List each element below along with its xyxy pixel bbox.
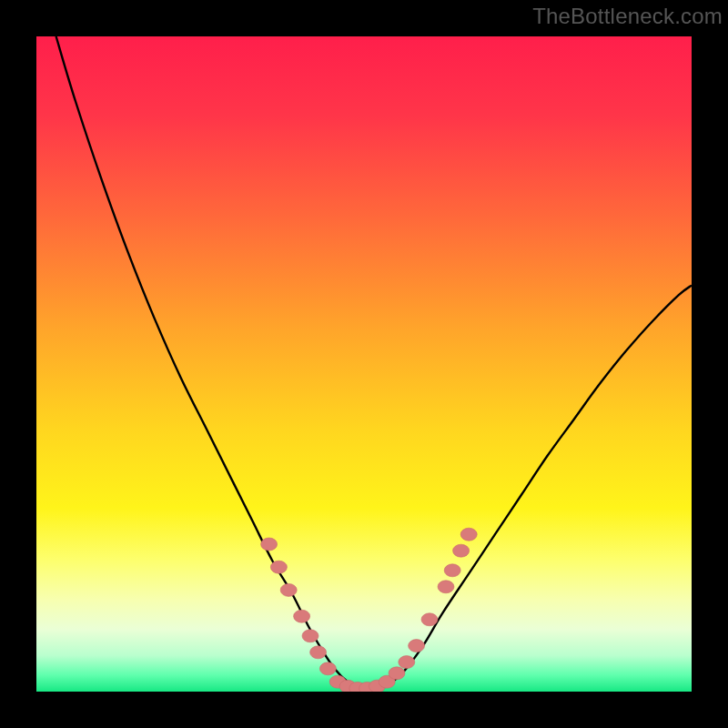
- curve-marker: [421, 613, 438, 626]
- chart-frame: TheBottleneck.com: [0, 0, 728, 728]
- curve-marker: [319, 662, 336, 675]
- curve-marker: [280, 583, 297, 596]
- curve-marker: [310, 646, 327, 659]
- curve-marker: [302, 630, 318, 642]
- curve-marker: [409, 640, 425, 652]
- curve-marker: [460, 528, 477, 541]
- curve-marker: [438, 581, 454, 593]
- curve-marker: [294, 610, 310, 622]
- bottleneck-curve: [36, 36, 692, 692]
- curve-path: [56, 36, 692, 689]
- curve-marker: [453, 544, 470, 557]
- attribution-text: TheBottleneck.com: [532, 4, 723, 29]
- curve-marker: [389, 667, 405, 680]
- curve-marker: [444, 564, 460, 577]
- curve-marker: [399, 656, 415, 669]
- plot-area: [36, 36, 692, 692]
- curve-marker: [270, 561, 287, 573]
- curve-marker: [261, 538, 278, 551]
